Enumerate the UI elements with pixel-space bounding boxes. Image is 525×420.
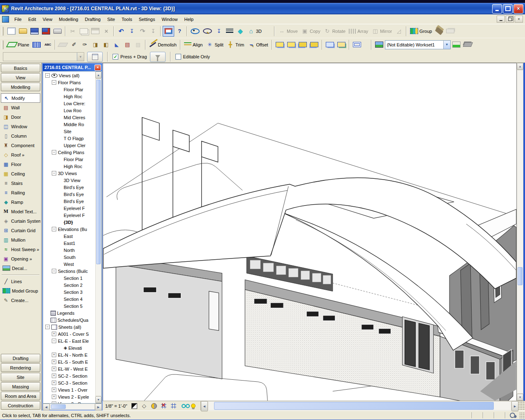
- copy-button[interactable]: ▣Copy: [299, 26, 322, 37]
- group-link-button[interactable]: [324, 39, 336, 50]
- detail-level-button[interactable]: [131, 402, 138, 410]
- tree-item[interactable]: −Sheets (all): [43, 323, 95, 330]
- scroll-down-icon[interactable]: ▼: [517, 394, 523, 401]
- maximize-button[interactable]: [503, 4, 513, 14]
- tree-item[interactable]: +EL-N - North E: [43, 351, 95, 358]
- expand-icon[interactable]: +: [52, 360, 56, 364]
- canvas-vertical-scrollbar[interactable]: ▲ ▼: [517, 63, 523, 401]
- design-tab-room-and-area[interactable]: Room and Area: [1, 392, 40, 400]
- tree-item[interactable]: Bird's Eye: [43, 184, 95, 191]
- collapse-icon[interactable]: −: [45, 73, 50, 78]
- restore-excluded-button[interactable]: [351, 39, 363, 50]
- trim-button[interactable]: ╋Trim: [225, 39, 246, 50]
- tool-model-text[interactable]: MModel Text...: [1, 207, 40, 216]
- tool-modify[interactable]: ↖Modify: [1, 93, 40, 103]
- tree-item[interactable]: Low Roo: [43, 107, 95, 114]
- tool-wall[interactable]: ▤Wall: [1, 103, 40, 112]
- tree-item[interactable]: −Sections (Builc: [43, 268, 95, 275]
- tree-item[interactable]: Mid Cleres: [43, 114, 95, 121]
- tree-item[interactable]: High Roc: [43, 163, 95, 170]
- tool-railing[interactable]: ≡Railing: [1, 188, 40, 197]
- crop-region-button[interactable]: [160, 402, 168, 410]
- view-scale[interactable]: 1/8" = 1'-0": [105, 404, 127, 408]
- tool-lines[interactable]: ╱Lines: [1, 277, 40, 286]
- remove-from-group-button[interactable]: [297, 39, 309, 50]
- tree-item[interactable]: Section 3: [43, 288, 95, 295]
- expand-icon[interactable]: +: [52, 353, 56, 357]
- thin-lines-button[interactable]: ↧: [214, 26, 224, 37]
- spelling-button[interactable]: ABC: [42, 39, 53, 50]
- standard-toolbar-grip[interactable]: [2, 27, 4, 36]
- scroll-left-icon[interactable]: ◀: [201, 401, 208, 411]
- paint-button[interactable]: ◣: [111, 39, 122, 50]
- tree-item[interactable]: Bird's Eye: [43, 191, 95, 198]
- temporary-hide-isolate-button[interactable]: [180, 402, 187, 410]
- tool-column[interactable]: ▯Column: [1, 131, 40, 141]
- split-button[interactable]: ✳Split: [204, 39, 225, 50]
- mdi-restore-button[interactable]: [506, 16, 514, 23]
- scroll-up-icon[interactable]: ▲: [95, 72, 101, 78]
- design-tab-modelling[interactable]: Modelling: [1, 83, 40, 91]
- tree-item[interactable]: Section 2: [43, 282, 95, 288]
- save-to-central-button[interactable]: [40, 26, 52, 37]
- expand-icon[interactable]: +: [52, 367, 56, 371]
- expand-icon[interactable]: +: [52, 381, 56, 385]
- tool-model-group[interactable]: Model Group: [1, 286, 40, 295]
- design-tab-massing[interactable]: Massing: [1, 382, 40, 391]
- open-button[interactable]: [17, 26, 29, 37]
- press-drag-option[interactable]: ✓ Press + Drag: [113, 54, 147, 60]
- expand-icon[interactable]: +: [52, 332, 56, 336]
- save-button[interactable]: [29, 26, 40, 37]
- mirror-button[interactable]: ◫Mirror: [370, 26, 394, 37]
- collapse-icon[interactable]: −: [52, 171, 56, 175]
- design-tab-drafting[interactable]: Drafting: [1, 354, 40, 362]
- tree-item[interactable]: +Views 2 - Eyele: [43, 393, 95, 400]
- demolish-hatch-button[interactable]: ▨: [133, 39, 143, 50]
- group-load-button[interactable]: [336, 39, 347, 50]
- browser-vertical-scrollbar[interactable]: ▲ ▼: [95, 72, 101, 403]
- print-button[interactable]: [52, 26, 63, 37]
- tree-item[interactable]: Low Clere:: [43, 100, 95, 107]
- 3d-view-drawing[interactable]: [103, 63, 517, 401]
- tool-roof[interactable]: ◇Roof »: [1, 150, 40, 159]
- tree-item[interactable]: Site: [43, 128, 95, 135]
- new-button[interactable]: [6, 26, 17, 37]
- tree-item[interactable]: T O Flagp: [43, 135, 95, 142]
- tree-item[interactable]: +EL-W - West E: [43, 365, 95, 372]
- tree-item[interactable]: +EL-S - South E: [43, 358, 95, 365]
- menu-tools[interactable]: Tools: [118, 16, 136, 23]
- menu-settings[interactable]: Settings: [136, 16, 159, 23]
- tree-item[interactable]: Middle Ro: [43, 121, 95, 128]
- collapse-icon[interactable]: −: [52, 80, 56, 85]
- tree-item[interactable]: Floor Plar: [43, 156, 95, 163]
- tree-item[interactable]: +Views 3 - Over: [43, 400, 95, 403]
- project-browser-toggle-button[interactable]: [163, 26, 174, 37]
- canvas-horizontal-scrollbar[interactable]: ◀ ▶: [201, 401, 518, 411]
- match-type-button[interactable]: ✐: [69, 39, 79, 50]
- collapse-icon[interactable]: −: [52, 269, 56, 273]
- camera-3d-button[interactable]: ⌂3D: [246, 26, 263, 37]
- expand-icon[interactable]: +: [52, 374, 56, 378]
- tree-item[interactable]: −Views (all): [43, 72, 95, 79]
- project-browser-titlebar[interactable]: 2716.01 CENTRAL P... ×: [43, 64, 102, 71]
- pin-button[interactable]: [434, 26, 444, 37]
- mdi-minimize-button[interactable]: [497, 16, 505, 23]
- menu-edit[interactable]: Edit: [25, 16, 39, 23]
- line-weights-button[interactable]: [224, 26, 235, 37]
- tree-item[interactable]: ◈Elevati: [43, 344, 95, 351]
- tree-item[interactable]: West: [43, 261, 95, 268]
- menu-file[interactable]: File: [11, 16, 25, 23]
- tree-item[interactable]: −Floor Plans: [43, 79, 95, 86]
- tree-item[interactable]: Section 1: [43, 275, 95, 282]
- tree-item[interactable]: −EL-E - East Ele: [43, 337, 95, 344]
- expand-icon[interactable]: +: [52, 402, 56, 403]
- selection-filter-button[interactable]: [150, 52, 166, 62]
- scroll-right-icon[interactable]: ▶: [95, 404, 102, 411]
- collapse-icon[interactable]: −: [52, 339, 56, 343]
- tree-item[interactable]: 3D View: [43, 177, 95, 184]
- tool-create[interactable]: ✎Create...: [1, 295, 40, 305]
- join-geometry-button[interactable]: ◧: [101, 39, 111, 50]
- array-button[interactable]: Array: [347, 26, 370, 37]
- tree-item[interactable]: +SC-2 - Section: [43, 372, 95, 379]
- tree-item[interactable]: +SC-3 - Section: [43, 379, 95, 386]
